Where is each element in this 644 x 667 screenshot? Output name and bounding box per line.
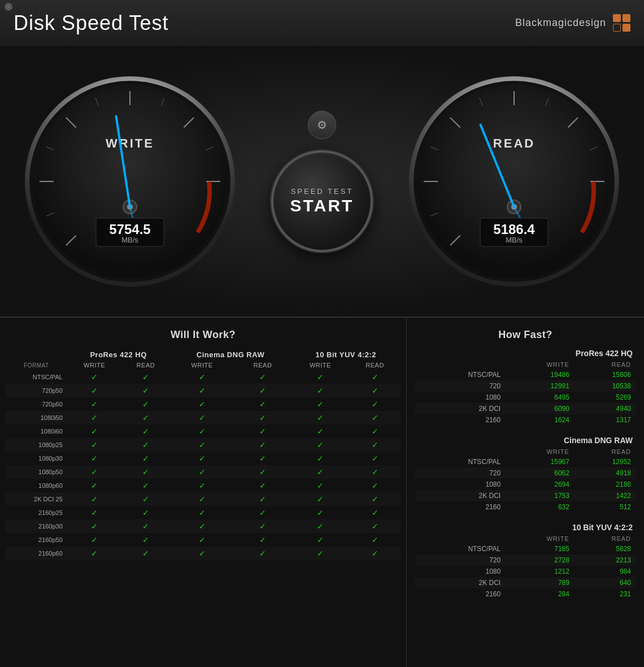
hf-read-value: 12952 xyxy=(574,456,636,467)
hf-format-name: 2160 xyxy=(415,414,505,426)
hf-format-head xyxy=(415,447,505,456)
table-row: 2160p60✓✓✓✓✓✓ xyxy=(6,547,401,560)
format-name: 1080p30 xyxy=(6,452,67,465)
check-cell: ✓ xyxy=(67,397,121,411)
check-icon: ✓ xyxy=(317,535,324,544)
check-cell: ✓ xyxy=(291,425,350,438)
format-name: 720p60 xyxy=(6,397,67,411)
check-cell: ✓ xyxy=(349,547,401,560)
hf-read-head: READ xyxy=(574,534,636,543)
check-icon: ✓ xyxy=(199,549,206,558)
list-item: 2160 284 231 xyxy=(415,588,636,600)
check-cell: ✓ xyxy=(67,411,121,425)
check-cell: ✓ xyxy=(291,547,350,560)
check-cell: ✓ xyxy=(234,370,291,384)
start-button[interactable]: SPEED TEST START xyxy=(271,150,373,252)
svg-text:MB/s: MB/s xyxy=(121,236,138,244)
hf-format-name: 720 xyxy=(415,555,505,566)
check-cell: ✓ xyxy=(291,397,350,411)
check-icon: ✓ xyxy=(372,495,378,504)
check-icon: ✓ xyxy=(317,427,324,436)
check-cell: ✓ xyxy=(234,506,291,519)
check-cell: ✓ xyxy=(349,533,401,547)
list-item: 2K DCI 789 640 xyxy=(415,577,636,588)
hf-write-value: 1624 xyxy=(505,414,574,426)
settings-button[interactable]: ⚙ xyxy=(308,111,336,139)
hf-read-value: 2186 xyxy=(574,479,636,490)
format-name: 1080i60 xyxy=(6,425,67,438)
format-name: 1080p60 xyxy=(6,479,67,492)
hf-write-value: 7185 xyxy=(505,543,574,555)
check-cell: ✓ xyxy=(291,370,350,384)
check-cell: ✓ xyxy=(291,479,350,492)
check-cell: ✓ xyxy=(234,465,291,479)
check-cell: ✓ xyxy=(67,465,121,479)
check-cell: ✓ xyxy=(121,411,169,425)
table-row: 1080p50✓✓✓✓✓✓ xyxy=(6,465,401,479)
check-cell: ✓ xyxy=(234,492,291,506)
hf-read-value: 5269 xyxy=(574,392,636,403)
check-icon: ✓ xyxy=(91,413,98,422)
brand-square-4 xyxy=(623,24,630,32)
check-icon: ✓ xyxy=(317,413,324,422)
hf-write-value: 12991 xyxy=(505,380,574,392)
hf-write-value: 6062 xyxy=(505,467,574,479)
check-icon: ✓ xyxy=(91,522,98,531)
check-cell: ✓ xyxy=(349,452,401,465)
check-icon: ✓ xyxy=(91,440,98,449)
check-icon: ✓ xyxy=(317,508,324,517)
check-cell: ✓ xyxy=(234,547,291,560)
table-row: 1080p60✓✓✓✓✓✓ xyxy=(6,479,401,492)
check-cell: ✓ xyxy=(121,384,169,397)
check-icon: ✓ xyxy=(91,400,98,409)
check-icon: ✓ xyxy=(372,440,378,449)
check-cell: ✓ xyxy=(234,397,291,411)
check-icon: ✓ xyxy=(372,454,378,463)
check-icon: ✓ xyxy=(372,467,378,477)
list-item: 1080 6495 5269 xyxy=(415,392,636,403)
check-icon: ✓ xyxy=(91,373,98,382)
hf-format-head xyxy=(415,360,505,369)
check-icon: ✓ xyxy=(91,427,98,436)
hf-format-name: 2K DCI xyxy=(415,577,505,588)
check-icon: ✓ xyxy=(372,535,378,544)
table-row: 2160p30✓✓✓✓✓✓ xyxy=(6,519,401,533)
hf-write-head: WRITE xyxy=(505,534,574,543)
format-name: 1080i50 xyxy=(6,411,67,425)
check-icon: ✓ xyxy=(199,386,206,395)
hf-write-value: 789 xyxy=(505,577,574,588)
check-icon: ✓ xyxy=(372,413,378,422)
check-icon: ✓ xyxy=(199,373,206,382)
check-icon: ✓ xyxy=(142,413,149,422)
close-icon: × xyxy=(7,4,10,10)
brand-logo: Blackmagicdesign xyxy=(515,14,630,32)
check-icon: ✓ xyxy=(259,413,266,422)
check-cell: ✓ xyxy=(67,479,121,492)
check-cell: ✓ xyxy=(291,411,350,425)
check-icon: ✓ xyxy=(199,467,206,477)
check-icon: ✓ xyxy=(259,467,266,477)
check-cell: ✓ xyxy=(234,425,291,438)
check-cell: ✓ xyxy=(234,533,291,547)
check-cell: ✓ xyxy=(67,384,121,397)
check-cell: ✓ xyxy=(121,370,169,384)
format-label: FORMAT xyxy=(6,360,67,370)
check-icon: ✓ xyxy=(317,467,324,477)
check-cell: ✓ xyxy=(349,425,401,438)
check-icon: ✓ xyxy=(317,373,324,382)
check-icon: ✓ xyxy=(142,440,149,449)
hf-table: WRITE READ NTSC/PAL 15967 12952 720 6062… xyxy=(415,447,636,513)
table-row: NTSC/PAL✓✓✓✓✓✓ xyxy=(6,370,401,384)
hf-format-name: NTSC/PAL xyxy=(415,543,505,555)
how-fast-section-2: 10 Bit YUV 4:2:2 WRITE READ NTSC/PAL 718… xyxy=(415,523,636,600)
check-icon: ✓ xyxy=(317,522,324,531)
check-icon: ✓ xyxy=(259,386,266,395)
hf-write-value: 6495 xyxy=(505,392,574,403)
check-cell: ✓ xyxy=(169,452,234,465)
check-cell: ✓ xyxy=(349,506,401,519)
svg-text:5754.5: 5754.5 xyxy=(109,222,150,237)
check-cell: ✓ xyxy=(234,411,291,425)
close-button[interactable]: × xyxy=(5,3,12,11)
hf-read-value: 4940 xyxy=(574,403,636,414)
check-cell: ✓ xyxy=(169,479,234,492)
